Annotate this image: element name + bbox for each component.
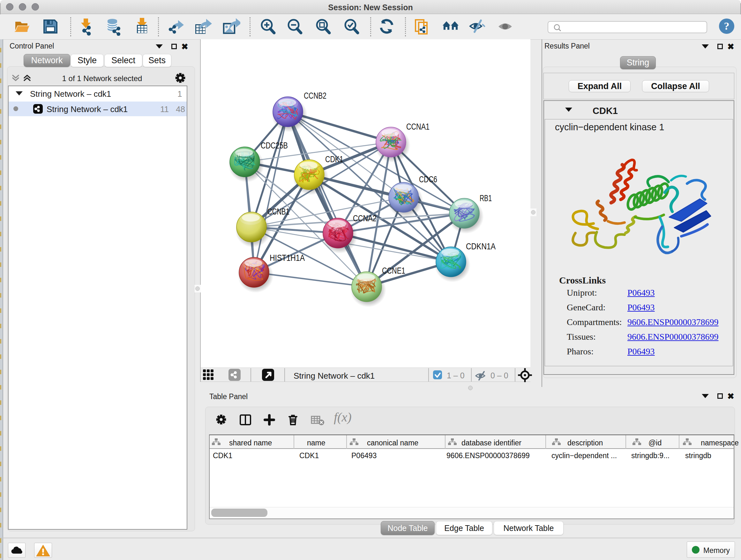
svg-text:CDKN1A: CDKN1A	[466, 242, 495, 251]
svg-text:CCNB1: CCNB1	[267, 207, 289, 216]
svg-text:CCNB2: CCNB2	[304, 91, 327, 101]
svg-text:CDC25B: CDC25B	[261, 141, 288, 150]
svg-text:CCNA2: CCNA2	[353, 213, 377, 223]
svg-text:CCNA1: CCNA1	[406, 122, 429, 132]
svg-text:RB1: RB1	[480, 193, 492, 203]
svg-text:HIST1H1A: HIST1H1A	[270, 253, 305, 263]
svg-text:?: ?	[724, 20, 730, 32]
svg-text:CCNE1: CCNE1	[382, 266, 405, 275]
svg-text:CDK1: CDK1	[325, 154, 343, 164]
svg-text:CDC6: CDC6	[419, 175, 437, 184]
